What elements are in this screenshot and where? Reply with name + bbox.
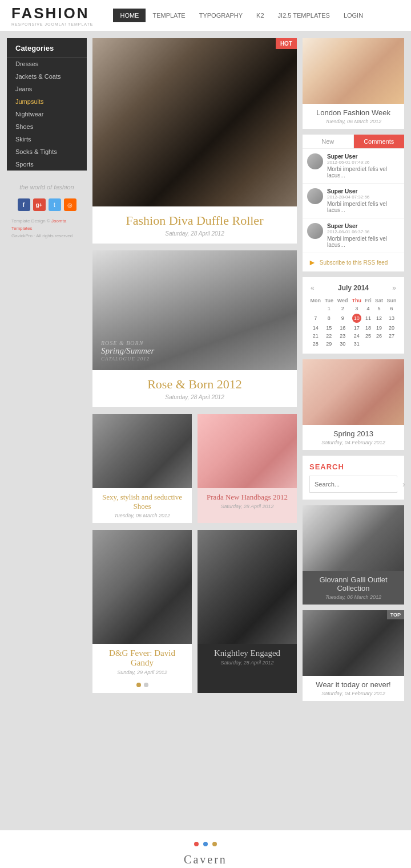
cal-cell[interactable]: 12 bbox=[373, 313, 385, 324]
handbags-image[interactable] bbox=[198, 414, 297, 488]
london-title[interactable]: London Fashion Week bbox=[303, 104, 404, 119]
wear-title[interactable]: Wear it today or never! bbox=[303, 676, 404, 691]
logo-subtitle: RESPONSIVE JOOMLA! TEMPLATE bbox=[11, 22, 93, 26]
sidebar-item-dresses[interactable]: Dresses bbox=[7, 58, 87, 70]
footer-dot-blue bbox=[203, 842, 208, 846]
nav-template[interactable]: TEMPLATE bbox=[146, 9, 192, 22]
search-input-wrap: › bbox=[309, 476, 397, 493]
cal-next[interactable]: » bbox=[390, 283, 398, 293]
sidebar-item-jackets[interactable]: Jackets & Coats bbox=[7, 70, 87, 83]
giovanni-image[interactable] bbox=[303, 505, 404, 571]
dot-1[interactable] bbox=[136, 683, 141, 687]
nav-ji25[interactable]: JI2.5 TEMPLATES bbox=[271, 9, 337, 22]
cal-cell[interactable]: 27 bbox=[385, 332, 398, 340]
cal-cell bbox=[373, 340, 385, 348]
nav-home[interactable]: HOME bbox=[113, 9, 146, 22]
shoes-image[interactable] bbox=[92, 414, 192, 488]
cal-cell[interactable]: 18 bbox=[363, 324, 373, 332]
giovanni-title[interactable]: Giovanni Galli Outlet Collection bbox=[303, 571, 404, 594]
cal-cell[interactable]: 13 bbox=[385, 313, 398, 324]
cal-cell[interactable]: 17 bbox=[350, 324, 363, 332]
spring-image[interactable] bbox=[303, 359, 404, 425]
right-sidebar: London Fashion Week Tuesday, 06 March 20… bbox=[303, 38, 404, 823]
featured-article-1: HOT Fashion Diva Duffle Roller Saturday,… bbox=[92, 38, 297, 244]
cal-cell[interactable]: 9 bbox=[335, 313, 350, 324]
cal-today-cell[interactable]: 10 bbox=[350, 313, 363, 324]
cal-cell[interactable]: 20 bbox=[385, 324, 398, 332]
cal-cell[interactable]: 11 bbox=[363, 313, 373, 324]
knightley-date: Saturday, 28 April 2012 bbox=[198, 660, 297, 670]
nav-k2[interactable]: K2 bbox=[249, 9, 271, 22]
cal-cell[interactable]: 2 bbox=[335, 305, 350, 313]
cal-cell[interactable]: 6 bbox=[385, 305, 398, 313]
handbags-title[interactable]: Prada New Handbags 2012 bbox=[198, 488, 297, 504]
tab-new[interactable]: New bbox=[303, 135, 354, 148]
cal-cell[interactable]: 28 bbox=[308, 340, 323, 348]
cal-cell[interactable]: 8 bbox=[323, 313, 335, 324]
search-widget: SEARCH › bbox=[303, 456, 404, 500]
nav-login[interactable]: LOGIN bbox=[337, 9, 370, 22]
cal-cell[interactable]: 7 bbox=[308, 313, 323, 324]
comments-widget: New Comments Super User 2012-06-01 07:49… bbox=[303, 135, 404, 271]
twitter-icon[interactable]: t bbox=[49, 198, 61, 211]
dg-title[interactable]: D&G Fever: David Gandy bbox=[92, 644, 192, 670]
rss-text: Subscribe to this RSS feed bbox=[320, 259, 388, 266]
cal-cell bbox=[363, 340, 373, 348]
calendar-widget: « July 2014 » Mon Tue Wed Thu Fri Sat Su… bbox=[303, 277, 404, 354]
shoes-title[interactable]: Sexy, stylish and seductive Shoes bbox=[92, 488, 192, 513]
dot-2[interactable] bbox=[144, 683, 148, 687]
london-date: Tuesday, 06 March 2012 bbox=[303, 119, 404, 129]
cal-cell[interactable]: 31 bbox=[350, 340, 363, 348]
featured-title-1[interactable]: Fashion Diva Duffle Roller bbox=[92, 206, 297, 230]
avatar-1 bbox=[307, 153, 323, 169]
london-fashion-widget: London Fashion Week Tuesday, 06 March 20… bbox=[303, 38, 404, 129]
sidebar-item-socks[interactable]: Socks & Tights bbox=[7, 145, 87, 158]
cal-cell[interactable]: 21 bbox=[308, 332, 323, 340]
sidebar-item-skirts[interactable]: Skirts bbox=[7, 133, 87, 145]
featured-image-1[interactable] bbox=[92, 38, 297, 206]
widget-tabs: New Comments bbox=[303, 135, 404, 149]
cal-cell[interactable]: 3 bbox=[350, 305, 363, 313]
cal-cell[interactable]: 26 bbox=[373, 332, 385, 340]
comment-text-3: Morbi imperdiet felis vel lacus... bbox=[327, 236, 400, 248]
tab-comments[interactable]: Comments bbox=[354, 135, 405, 148]
nav-typography[interactable]: TYPOGRAPHY bbox=[192, 9, 249, 22]
cal-cell[interactable]: 25 bbox=[363, 332, 373, 340]
rss-subscribe[interactable]: ► Subscribe to this RSS feed bbox=[303, 253, 404, 271]
sidebar-item-jeans[interactable]: Jeans bbox=[7, 83, 87, 95]
search-input[interactable] bbox=[310, 477, 398, 491]
sidebar-item-shoes[interactable]: Shoes bbox=[7, 120, 87, 133]
cal-cell[interactable]: 30 bbox=[335, 340, 350, 348]
cal-cell[interactable]: 1 bbox=[323, 305, 335, 313]
featured-title-2[interactable]: Rose & Born 2012 bbox=[92, 370, 297, 394]
cal-cell[interactable]: 24 bbox=[350, 332, 363, 340]
sidebar-item-jumpsuits[interactable]: Jumpsuits bbox=[7, 95, 87, 108]
knightley-image[interactable] bbox=[198, 530, 297, 644]
cal-cell[interactable]: 23 bbox=[335, 332, 350, 340]
london-image[interactable] bbox=[303, 38, 404, 104]
rss-social-icon[interactable]: ◎ bbox=[64, 198, 76, 211]
wear-image[interactable] bbox=[303, 610, 404, 676]
spring-date: Saturday, 04 February 2012 bbox=[303, 440, 404, 450]
cal-cell[interactable]: 29 bbox=[323, 340, 335, 348]
cal-cell[interactable]: 16 bbox=[335, 324, 350, 332]
categories-widget: Categories Dresses Jackets & Coats Jeans… bbox=[7, 38, 87, 171]
cal-cell[interactable]: 19 bbox=[373, 324, 385, 332]
featured-date-1: Saturday, 28 April 2012 bbox=[92, 230, 297, 244]
cal-cell[interactable]: 14 bbox=[308, 324, 323, 332]
cal-cell[interactable]: 4 bbox=[363, 305, 373, 313]
cal-prev[interactable]: « bbox=[308, 283, 317, 293]
googleplus-icon[interactable]: g+ bbox=[33, 198, 46, 211]
search-button[interactable]: › bbox=[398, 476, 410, 492]
cal-cell[interactable]: 15 bbox=[323, 324, 335, 332]
facebook-icon[interactable]: f bbox=[18, 198, 30, 211]
dg-image[interactable] bbox=[92, 530, 192, 644]
sidebar-item-sports[interactable]: Sports bbox=[7, 158, 87, 171]
avatar-2 bbox=[307, 188, 323, 204]
sidebar-item-nightwear[interactable]: Nightwear bbox=[7, 108, 87, 120]
spring-title[interactable]: Spring 2013 bbox=[303, 425, 404, 440]
knightley-title[interactable]: Knightley Engaged bbox=[198, 644, 297, 660]
cal-cell[interactable]: 5 bbox=[373, 305, 385, 313]
cal-cell[interactable]: 22 bbox=[323, 332, 335, 340]
featured-image-2[interactable]: ROSE & BORN Spring/Summer CATALOGUE 2012 bbox=[92, 250, 297, 370]
